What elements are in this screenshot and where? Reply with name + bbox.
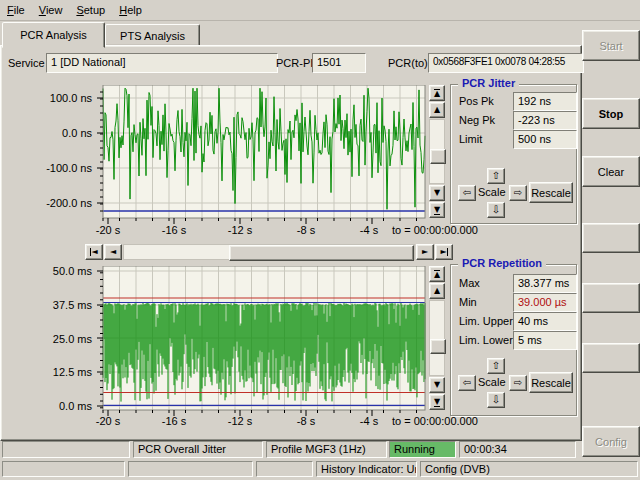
lim-upper-label: Lim. Upper: [459, 315, 513, 327]
limit-label: Limit: [459, 133, 482, 145]
min-field: 39.000 µs: [513, 293, 577, 312]
scroll-left-button[interactable]: ◄: [104, 244, 122, 260]
menu-setup[interactable]: Setup: [69, 2, 112, 18]
stop-button-label: Stop: [599, 108, 623, 120]
jitter-scale-left-button[interactable]: ⇦: [458, 185, 476, 201]
rep-scale-right-button[interactable]: ⇨: [509, 375, 527, 391]
config-button-label: Config: [595, 436, 627, 448]
jitter-scale-down-button[interactable]: ⇩: [487, 202, 505, 218]
jitter-scroll-up-button[interactable]: ▲: [429, 102, 445, 118]
lim-lower-label: Lim. Lower: [459, 334, 513, 346]
jitter-vscrollbar[interactable]: ▲ ▲ ▼ ▼: [429, 85, 445, 218]
rep-vscroll-track[interactable]: [429, 300, 445, 376]
limit-field: 500 ns: [513, 130, 577, 149]
menu-view[interactable]: View: [32, 2, 70, 18]
status2-empty-2: [128, 461, 253, 477]
scale-right-icon: ⇨: [514, 378, 522, 388]
rep-rescale-label: Rescale: [531, 377, 571, 389]
jitter-xtick: -20 s: [86, 224, 130, 236]
arrow-left-icon: ◄: [110, 248, 116, 256]
jitter-vscroll-track[interactable]: [429, 119, 445, 184]
rep-scroll-up-button[interactable]: ▲: [429, 283, 445, 299]
arrow-right-icon: ►: [422, 248, 428, 256]
time-hscrollbar[interactable]: ◄ ◄ ► ►: [85, 244, 453, 260]
jitter-xtick: -4 s: [347, 224, 391, 236]
jitter-scale-label: Scale: [478, 186, 506, 198]
rep-xtick: -8 s: [284, 415, 328, 427]
jitter-xtick: -16 s: [152, 224, 196, 236]
rep-scale-down-button[interactable]: ⇩: [487, 392, 505, 408]
menu-file[interactable]: File: [0, 2, 32, 18]
tab-pts-analysis[interactable]: PTS Analysis: [105, 24, 200, 47]
scale-left-icon: ⇦: [463, 188, 471, 198]
rep-rescale-button[interactable]: Rescale: [529, 372, 573, 393]
rep-scroll-down-button[interactable]: ▼: [429, 377, 445, 393]
scroll-home-button[interactable]: ◄: [85, 244, 103, 260]
hscroll-track[interactable]: [123, 244, 415, 260]
status-panel-empty-1: [2, 441, 130, 458]
service-select[interactable]: 1 [DD National]: [46, 53, 278, 73]
scroll-end-button[interactable]: ►: [435, 244, 453, 260]
start-button[interactable]: Start: [582, 30, 640, 61]
arrow-up-bar-icon: ▲: [434, 89, 440, 98]
menu-view-accel: V: [39, 4, 46, 16]
rep-xtick: -4 s: [347, 415, 391, 427]
arrow-down-icon: ▼: [434, 381, 440, 389]
stop-button[interactable]: Stop: [582, 98, 640, 129]
scale-down-icon: ⇩: [492, 205, 500, 215]
rep-xtick: -12 s: [218, 415, 262, 427]
hscroll-thumb[interactable]: [229, 245, 414, 261]
menu-help-rest: elp: [127, 4, 142, 16]
scale-left-icon: ⇦: [463, 378, 471, 388]
status-elapsed-time: 00:00:34: [459, 441, 576, 458]
scale-right-icon: ⇨: [514, 188, 522, 198]
arrow-left-bar-icon: ◄: [90, 248, 97, 256]
rep-vscrollbar[interactable]: ▲ ▲ ▼ ▼: [429, 266, 445, 410]
scroll-right-button[interactable]: ►: [416, 244, 434, 260]
jitter-ytick: 0.0 ns: [22, 127, 92, 139]
arrow-down-icon: ▼: [434, 189, 440, 197]
pos-pk-field: 192 ns: [513, 92, 577, 111]
rep-ytick: 12.5 ms: [22, 366, 92, 378]
jitter-scroll-down-button[interactable]: ▼: [429, 185, 445, 201]
rep-scale-left-button[interactable]: ⇦: [458, 375, 476, 391]
jitter-scroll-top-button[interactable]: ▲: [429, 85, 445, 101]
neg-pk-label: Neg Pk: [459, 114, 495, 126]
status2-history-indicator: History Indicator: Unlimited: [316, 461, 417, 477]
menu-help[interactable]: Help: [112, 2, 149, 18]
arrow-up-icon: ▲: [434, 287, 440, 295]
rep-scroll-bottom-button[interactable]: ▼: [429, 394, 445, 410]
jitter-vscroll-thumb[interactable]: [430, 149, 446, 164]
tab-pts-analysis-label: PTS Analysis: [120, 30, 185, 42]
menu-setup-accel: S: [76, 4, 83, 16]
jitter-xtick: -8 s: [284, 224, 328, 236]
pcr-repetition-group: PCR Repetition Max 38.377 ms Min 39.000 …: [450, 264, 577, 416]
rep-scroll-top-button[interactable]: ▲: [429, 266, 445, 282]
pcr-pid-field[interactable]: 1501: [312, 53, 366, 73]
tab-pcr-analysis[interactable]: PCR Analysis: [2, 22, 105, 48]
arrow-up-icon: ▲: [434, 106, 440, 114]
pos-pk-label: Pos Pk: [459, 95, 494, 107]
rep-ytick: 37.5 ms: [22, 299, 92, 311]
jitter-xtick: -12 s: [218, 224, 262, 236]
jitter-chart: [95, 85, 432, 232]
pcr-analyzer-window: File View Setup Help PCR Analysis PTS An…: [0, 0, 640, 480]
arrow-up-bar-icon: ▲: [434, 270, 440, 279]
jitter-scale-up-button[interactable]: ⇧: [487, 168, 505, 184]
pcr-repetition-group-title: PCR Repetition: [458, 257, 546, 269]
rep-x-end-label: to = 00:00:00.000: [392, 415, 478, 427]
menu-view-rest: iew: [46, 4, 63, 16]
config-button[interactable]: Config: [582, 426, 640, 457]
jitter-rescale-button[interactable]: Rescale: [529, 182, 573, 203]
neg-pk-field: -223 ns: [513, 111, 577, 130]
rep-scale-up-button[interactable]: ⇧: [487, 358, 505, 374]
jitter-scale-right-button[interactable]: ⇨: [509, 185, 527, 201]
clear-button[interactable]: Clear: [582, 156, 640, 187]
tab-pcr-analysis-label: PCR Analysis: [20, 29, 87, 41]
blank-button-3: [582, 343, 640, 373]
status2-empty-1: [2, 461, 125, 477]
jitter-scroll-bottom-button[interactable]: ▼: [429, 202, 445, 218]
rep-ytick: 50.0 ms: [22, 265, 92, 277]
rep-vscroll-thumb[interactable]: [430, 339, 446, 354]
blank-button-2: [582, 283, 640, 313]
